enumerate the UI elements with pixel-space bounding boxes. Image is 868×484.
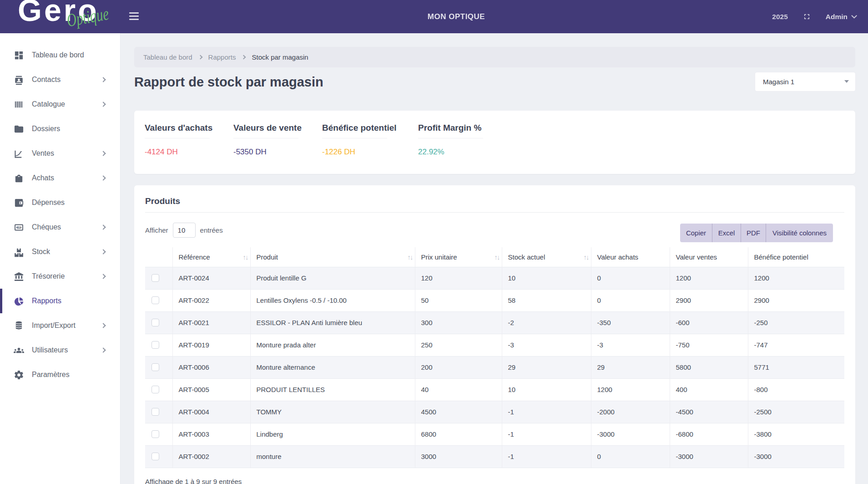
svg-text:100: 100 bbox=[17, 226, 21, 229]
